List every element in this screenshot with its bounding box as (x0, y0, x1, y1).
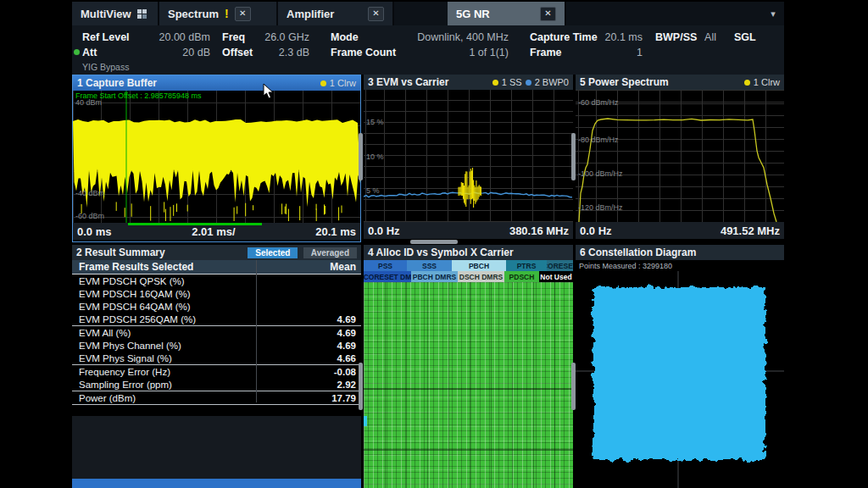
y-axis-label: -100 dBm/Hz (578, 169, 623, 178)
table-row: EVM PDSCH 64QAM (%) (72, 300, 361, 313)
column-header: Frame Results Selected (79, 261, 193, 273)
table-row: EVM PDSCH 256QAM (%)4.69 (72, 313, 361, 325)
tab-multiview[interactable]: MultiView (72, 2, 159, 25)
tab-spectrum[interactable]: Spectrum ! ✕ (159, 2, 278, 25)
mouse-cursor (263, 83, 275, 100)
frame-start-offset-annotation: Frame Start Offset : 2.985785948 ms (75, 92, 201, 100)
vertical-splitter-grip[interactable] (571, 363, 576, 410)
tab-overflow-button[interactable]: ▾ (762, 2, 784, 25)
close-icon[interactable]: ✕ (540, 7, 556, 21)
tab-spectrum-label: Spectrum (168, 8, 219, 20)
trace2-dot-icon (526, 80, 531, 86)
trace1-dot-icon (492, 80, 498, 86)
legend-item: CORESET DM (364, 271, 411, 282)
field-mode[interactable]: Mode Downlink, 400 MHz (331, 31, 509, 43)
y-axis-label: -40 dBm (75, 189, 104, 197)
constellation-plot[interactable] (576, 260, 784, 488)
evm-x-axis: 0.0 Hz 380.16 MHz (364, 222, 573, 239)
multiview-grid-icon (137, 9, 147, 19)
window-title: 3 EVM vs Carrier (368, 76, 448, 88)
constellation-titlebar[interactable]: 6 Constellation Diagram (576, 245, 784, 260)
field-offset[interactable]: Offset 2.3 dB (222, 47, 309, 58)
x-axis-stop: 380.16 MHz (509, 225, 569, 237)
analyzer-screen: MultiView Spectrum ! ✕ Amplifier ✕ 5G NR… (0, 0, 868, 488)
horizontal-splitter-grip[interactable] (410, 240, 458, 244)
ss-burst-marker (364, 416, 367, 426)
field-ref-level[interactable]: Ref Level 20.00 dBm (82, 31, 210, 43)
power-spectrum-trace (576, 90, 784, 222)
field-capture-time[interactable]: Capture Time 20.1 ms (530, 31, 643, 43)
window-constellation[interactable]: 6 Constellation Diagram Points Measured … (576, 245, 784, 488)
table-row: EVM All (%)4.69 (72, 325, 361, 339)
x-axis-stop: 491.52 MHz (721, 225, 780, 237)
alloc-legend-row2: CORESET DM PBCH DMRS DSCH DMRS PDSCH Not… (364, 271, 573, 282)
selected-view-button[interactable]: Selected (248, 247, 298, 258)
close-icon[interactable]: ✕ (235, 7, 251, 21)
legend-item: SSS (407, 260, 452, 271)
averaged-view-button[interactable]: Averaged (303, 247, 357, 258)
y-axis-label: -60 dBm (75, 212, 104, 220)
tab-5g-nr-label: 5G NR (456, 8, 490, 20)
legend-item: PTRS (506, 260, 547, 271)
legend-item: PDSCH (504, 271, 539, 282)
y-axis-label: -80 dBm/Hz (578, 136, 619, 144)
field-frame-count[interactable]: Frame Count 1 of 1(1) (331, 47, 509, 58)
window-power-spectrum[interactable]: 5 Power Spectrum 1 Clrw -60 dBm/Hz -80 d… (576, 75, 784, 242)
trace-legend: 1 Clrw (744, 77, 780, 87)
y-axis-label: 5 % (366, 186, 380, 195)
vertical-splitter-grip[interactable] (571, 133, 576, 180)
window-evm-vs-carrier[interactable]: 3 EVM vs Carrier 1 SS 2 BWP0 15 % 10 % 5… (364, 75, 573, 242)
window-title: 1 Capture Buffer (77, 77, 157, 89)
legend-item: PBCH DMRS (411, 271, 458, 282)
points-measured-label: Points Measured : 3299180 (579, 262, 672, 270)
evm-titlebar[interactable]: 3 EVM vs Carrier 1 SS 2 BWP0 (364, 75, 573, 90)
table-row: Sampling Error (ppm)2.92 (72, 378, 361, 391)
table-row: Frequency Error (Hz)-0.08 (72, 364, 361, 378)
power-spectrum-titlebar[interactable]: 5 Power Spectrum 1 Clrw (576, 75, 784, 90)
trace2-label: 2 BWP0 (535, 77, 569, 87)
tab-5g-nr[interactable]: 5G NR ✕ (448, 2, 566, 25)
window-title: 4 Alloc ID vs Symbol X Carrier (368, 247, 514, 258)
table-row: Power (dBm)17.79 (72, 391, 361, 405)
legend-item: PSS (364, 260, 407, 271)
alloc-id-resource-grid[interactable] (364, 282, 573, 488)
evm-traces (364, 90, 573, 222)
tab-amplifier[interactable]: Amplifier ✕ (278, 2, 394, 25)
vertical-splitter-grip[interactable] (359, 133, 363, 180)
evm-plot[interactable]: 15 % 10 % 5 % (364, 90, 573, 222)
window-title: 2 Result Summary (76, 247, 165, 258)
field-att[interactable]: Att 20 dB (82, 47, 210, 58)
trace-legend: 1 Clrw (320, 78, 356, 88)
capture-buffer-plot[interactable]: Frame Start Offset : 2.985785948 ms 40 d… (73, 91, 360, 223)
x-axis-start: 0.0 Hz (368, 225, 400, 237)
window-result-summary[interactable]: 2 Result Summary Selected Averaged Frame… (72, 245, 361, 488)
constellation-points-cloud (593, 287, 765, 460)
analysis-interval-marker (128, 223, 262, 225)
field-bwp-ss[interactable]: BWP/SS All (655, 31, 716, 43)
table-row: EVM PDSCH QPSK (%) (72, 274, 361, 287)
power-spectrum-plot[interactable]: -60 dBm/Hz -80 dBm/Hz -100 dBm/Hz -120 d… (576, 90, 784, 222)
window-alloc-id[interactable]: 4 Alloc ID vs Symbol X Carrier PSS SSS P… (364, 245, 573, 488)
y-axis-label: 10 % (366, 152, 384, 161)
horizontal-scrollbar[interactable] (72, 479, 361, 488)
sgl-indicator[interactable]: SGL (734, 31, 756, 43)
y-axis-label: 15 % (366, 118, 384, 126)
trace1-dot-icon (320, 80, 326, 86)
capture-buffer-x-axis: 0.0 ms 2.01 ms/ 20.1 ms (73, 223, 360, 240)
close-icon[interactable]: ✕ (368, 7, 384, 21)
warning-icon: ! (225, 7, 229, 20)
trace1-label: 1 Clrw (330, 78, 356, 88)
measurement-header: Ref Level 20.00 dBm Freq 26.0 GHz Mode D… (72, 25, 784, 75)
table-row: EVM Phys Signal (%)4.66 (72, 352, 361, 364)
alloc-id-titlebar[interactable]: 4 Alloc ID vs Symbol X Carrier (364, 245, 573, 260)
vertical-splitter-grip[interactable] (359, 363, 363, 410)
window-capture-buffer[interactable]: 1 Capture Buffer 1 Clrw Frame Start Offs… (72, 75, 361, 242)
result-summary-titlebar[interactable]: 2 Result Summary Selected Averaged (72, 245, 361, 260)
capture-buffer-titlebar[interactable]: 1 Capture Buffer 1 Clrw (73, 75, 360, 91)
field-freq[interactable]: Freq 26.0 GHz (222, 31, 309, 43)
x-axis-start: 0.0 ms (77, 225, 111, 238)
legend-item: DSCH DMRS (458, 271, 504, 282)
chevron-down-icon: ▾ (771, 8, 776, 19)
field-frame[interactable]: Frame 1 (530, 47, 643, 58)
window-title: 6 Constellation Diagram (580, 247, 696, 258)
